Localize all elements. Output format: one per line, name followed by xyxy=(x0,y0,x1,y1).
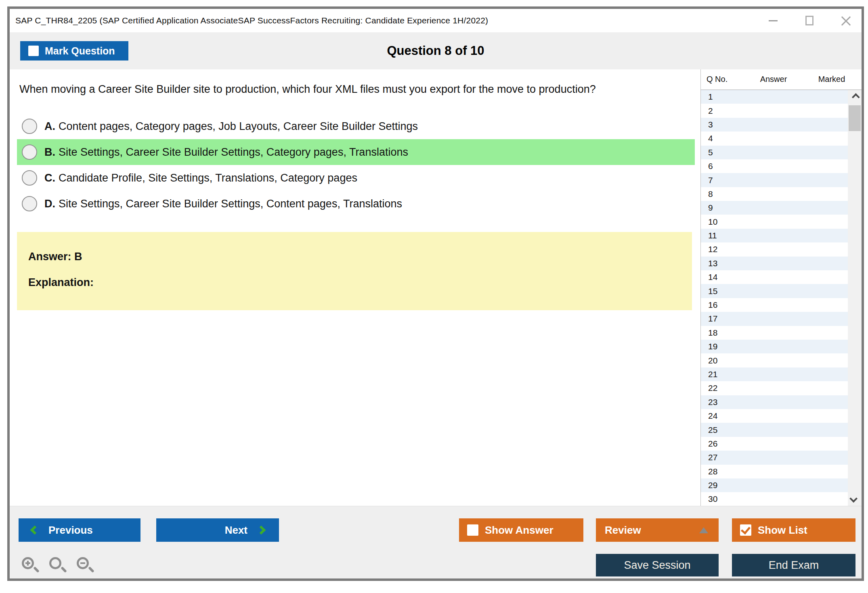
question-list-sidebar: Q No. Answer Marked 1 2 xyxy=(700,69,862,506)
option-text: A.Content pages, Category pages, Job Lay… xyxy=(44,120,418,133)
question-list-row[interactable]: 3 xyxy=(701,118,862,132)
maximize-button[interactable] xyxy=(803,14,816,27)
option-row[interactable]: B.Site Settings, Career Site Builder Set… xyxy=(17,139,695,165)
scroll-up-button[interactable] xyxy=(848,90,862,104)
question-list-row[interactable]: 29 xyxy=(701,478,862,492)
question-number: 22 xyxy=(701,383,745,393)
question-list-row[interactable]: 12 xyxy=(701,242,862,256)
question-number: 21 xyxy=(701,370,745,379)
question-list-row[interactable]: 21 xyxy=(701,367,862,381)
question-number: 28 xyxy=(701,467,745,476)
question-list-row[interactable]: 2 xyxy=(701,104,862,117)
col-answer: Answer xyxy=(745,75,802,84)
question-list-row[interactable]: 28 xyxy=(701,465,862,478)
answer-label: Answer: B xyxy=(28,251,681,263)
question-list-row[interactable]: 24 xyxy=(701,409,862,423)
question-list-row[interactable]: 4 xyxy=(701,132,862,145)
zoom-reset-icon[interactable] xyxy=(49,557,68,576)
question-number: 4 xyxy=(701,134,745,143)
mark-question-label: Mark Question xyxy=(45,45,115,57)
question-list-row[interactable]: 17 xyxy=(701,312,862,326)
question-number: 1 xyxy=(701,92,745,102)
option-text: C.Candidate Profile, Site Settings, Tran… xyxy=(44,172,357,184)
question-list-row[interactable]: 1 xyxy=(701,90,862,104)
question-list-row[interactable]: 5 xyxy=(701,146,862,159)
option-text: B.Site Settings, Career Site Builder Set… xyxy=(44,146,408,159)
question-number: 23 xyxy=(701,397,745,407)
minimize-button[interactable] xyxy=(766,14,780,27)
show-list-checkbox[interactable] xyxy=(740,524,751,536)
scroll-up-icon xyxy=(852,93,860,101)
mark-question-button[interactable]: Mark Question xyxy=(20,41,128,61)
mark-question-checkbox[interactable] xyxy=(28,46,39,56)
question-number: 13 xyxy=(701,259,745,268)
chevron-left-icon xyxy=(30,526,40,535)
question-number: 3 xyxy=(701,120,745,129)
options-list: A.Content pages, Category pages, Job Lay… xyxy=(17,113,695,217)
question-list-row[interactable]: 19 xyxy=(701,340,862,353)
question-list-row[interactable]: 16 xyxy=(701,298,862,312)
sidebar-scrollbar[interactable] xyxy=(848,90,862,506)
question-list-row[interactable]: 11 xyxy=(701,229,862,242)
question-number: 25 xyxy=(701,425,745,435)
question-list-row[interactable]: 10 xyxy=(701,215,862,228)
question-number: 19 xyxy=(701,342,745,351)
question-list-row[interactable]: 27 xyxy=(701,451,862,464)
chevron-right-icon xyxy=(257,526,266,535)
zoom-out-icon[interactable] xyxy=(77,557,95,576)
show-answer-button[interactable]: Show Answer xyxy=(459,518,583,542)
window-controls xyxy=(766,9,853,32)
option-row[interactable]: C.Candidate Profile, Site Settings, Tran… xyxy=(17,165,695,191)
question-number: 20 xyxy=(701,356,745,365)
show-list-label: Show List xyxy=(758,524,807,537)
triangle-up-icon xyxy=(699,527,708,533)
option-row[interactable]: D.Site Settings, Career Site Builder Set… xyxy=(17,191,695,217)
previous-button[interactable]: Previous xyxy=(19,518,140,542)
minus-shape xyxy=(80,562,85,564)
option-radio[interactable] xyxy=(22,170,37,186)
next-button[interactable]: Next xyxy=(156,518,279,542)
question-list-row[interactable]: 14 xyxy=(701,270,862,284)
footer-bar: Previous Next Show Answer Review Show Li… xyxy=(10,506,862,578)
question-list-row[interactable]: 25 xyxy=(701,423,862,436)
option-row[interactable]: A.Content pages, Category pages, Job Lay… xyxy=(17,113,695,139)
lens-shape xyxy=(49,557,61,569)
question-number: 10 xyxy=(701,217,745,227)
window-title: SAP C_THR84_2205 (SAP Certified Applicat… xyxy=(10,16,488,25)
question-counter: Question 8 of 10 xyxy=(387,44,484,58)
option-radio[interactable] xyxy=(22,196,37,211)
review-label: Review xyxy=(605,524,641,537)
question-number: 5 xyxy=(701,148,745,157)
question-list-row[interactable]: 20 xyxy=(701,353,862,367)
option-radio[interactable] xyxy=(22,119,37,134)
question-number: 9 xyxy=(701,203,745,213)
question-list-row[interactable]: 26 xyxy=(701,437,862,451)
header-band: Mark Question Question 8 of 10 xyxy=(10,32,862,69)
option-radio[interactable] xyxy=(22,144,37,160)
question-number: 29 xyxy=(701,480,745,490)
close-button[interactable] xyxy=(839,14,853,27)
question-list-row[interactable]: 22 xyxy=(701,381,862,395)
question-list-row[interactable]: 18 xyxy=(701,326,862,340)
scrollbar-thumb[interactable] xyxy=(849,105,861,131)
question-list-row[interactable]: 6 xyxy=(701,159,862,173)
zoom-in-icon[interactable] xyxy=(22,557,40,576)
content-area: When moving a Career Site Builder site t… xyxy=(10,69,862,506)
review-button[interactable]: Review xyxy=(596,518,719,542)
question-list-row[interactable]: 23 xyxy=(701,395,862,409)
show-list-button[interactable]: Show List xyxy=(732,518,855,542)
save-session-button[interactable]: Save Session xyxy=(596,554,719,576)
option-text: D.Site Settings, Career Site Builder Set… xyxy=(44,198,402,210)
explanation-label: Explanation: xyxy=(28,276,681,289)
question-list-row[interactable]: 30 xyxy=(701,492,862,506)
question-list-row[interactable]: 7 xyxy=(701,173,862,187)
end-exam-button[interactable]: End Exam xyxy=(732,554,855,576)
maximize-icon xyxy=(805,16,813,25)
question-list-row[interactable]: 8 xyxy=(701,187,862,201)
scroll-down-button[interactable] xyxy=(848,491,862,506)
show-answer-checkbox[interactable] xyxy=(467,524,478,536)
question-list-row[interactable]: 15 xyxy=(701,284,862,298)
question-list-row[interactable]: 13 xyxy=(701,257,862,270)
question-list-row[interactable]: 9 xyxy=(701,201,862,215)
question-text: When moving a Career Site Builder site t… xyxy=(17,83,695,96)
